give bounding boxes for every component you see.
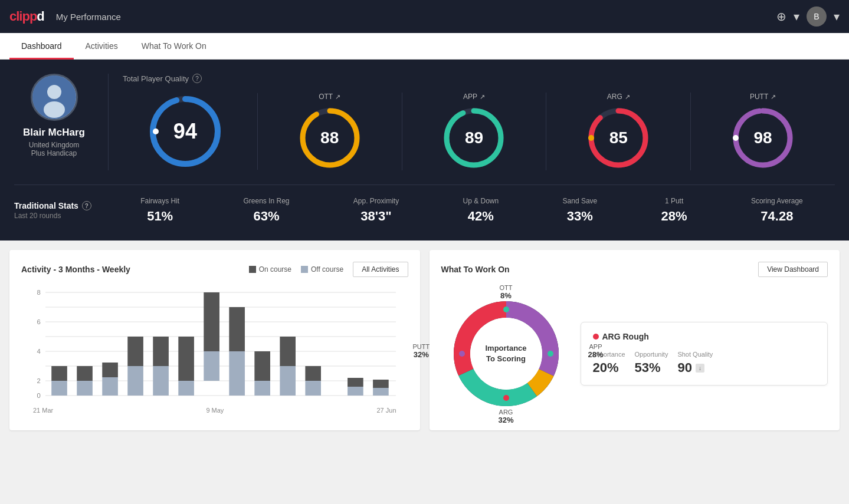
ott-score-card: OTT ↗ 88 [258, 93, 402, 170]
all-activities-button[interactable]: All Activities [353, 262, 408, 277]
activity-chart-svg: 8 6 4 2 0 [21, 286, 408, 404]
main-score-value: 94 [173, 119, 197, 144]
app-arrow-icon: ↗ [480, 93, 485, 101]
ott-gauge: 88 [297, 106, 362, 170]
bar-12-off [348, 387, 363, 396]
svg-point-1 [47, 85, 61, 99]
stats-label: Traditional Stats ? [14, 201, 109, 210]
tab-dashboard[interactable]: Dashboard [9, 33, 74, 60]
activity-panel: Activity - 3 Months - Weekly On course O… [9, 250, 420, 430]
legend-on-course-swatch [249, 266, 256, 273]
arg-arrow-icon: ↗ [625, 93, 630, 101]
bar-8-off [229, 351, 245, 396]
main-score-card: 94 [123, 93, 258, 170]
question-icon[interactable]: ? [192, 74, 202, 83]
scores-area: Total Player Quality ? 94 [109, 74, 835, 170]
app-gauge: 89 [441, 106, 506, 170]
legend-off-course: Off course [301, 265, 343, 274]
bar-13-off [373, 388, 389, 396]
legend-on-course: On course [249, 265, 291, 274]
bar-11-off [305, 381, 321, 396]
total-quality-label: Total Player Quality ? [123, 74, 835, 83]
stats-label-area: Traditional Stats ? Last 20 rounds [14, 201, 109, 220]
add-icon[interactable]: ⊕ [776, 9, 786, 24]
svg-text:0: 0 [37, 392, 41, 399]
svg-text:4: 4 [37, 348, 41, 355]
bar-5-on [153, 337, 169, 366]
bar-7-off [204, 351, 219, 381]
bar-4-off [127, 366, 143, 396]
svg-point-37 [503, 395, 509, 401]
bar-7-on [204, 292, 219, 351]
ott-donut-label: OTT 8% [500, 284, 513, 300]
svg-point-36 [548, 351, 553, 357]
stat-sandsave: Sand Save 33% [563, 197, 598, 224]
arg-gauge: 85 [586, 106, 651, 170]
chart-header: Activity - 3 Months - Weekly On course O… [21, 262, 408, 277]
app-label: APP ↗ [463, 93, 485, 101]
player-country: United Kingdom [29, 141, 79, 149]
avatar-image [32, 75, 76, 119]
svg-text:8: 8 [37, 289, 41, 296]
wtwo-info-card: ARG Rough Importance 20% Opportunity 53%… [581, 322, 828, 386]
putt-label: PUTT ↗ [750, 93, 776, 101]
putt-arrow-icon: ↗ [771, 93, 776, 101]
bar-4-on [127, 337, 143, 366]
bar-5-off [153, 366, 169, 396]
info-card-title: ARG Rough [593, 332, 816, 341]
svg-point-38 [459, 351, 465, 357]
app-donut-label: APP 28% [588, 343, 603, 359]
info-card-metrics: Importance 20% Opportunity 53% Shot Qual… [593, 351, 816, 375]
metric-shot-quality: Shot Quality 90 ↓ [677, 351, 713, 375]
bar-9-on [254, 351, 270, 381]
svg-point-35 [503, 307, 509, 312]
legend-off-course-swatch [301, 266, 308, 273]
arg-score-card: ARG ↗ 85 [546, 93, 691, 170]
putt-gauge: 98 [730, 106, 795, 170]
stat-proximity: App. Proximity 38'3" [353, 197, 399, 224]
bar-8-on [229, 307, 245, 351]
stat-greens: Greens In Reg 63% [243, 197, 289, 224]
bar-1-off [51, 381, 67, 396]
arg-donut-label: ARG 32% [498, 409, 513, 424]
wtwo-panel: What To Work On View Dashboard [430, 250, 840, 430]
player-handicap: Plus Handicap [31, 149, 77, 157]
header-right: ⊕ ▾ B ▾ [776, 6, 840, 27]
header: clippd My Performance ⊕ ▾ B ▾ [0, 0, 849, 33]
app-score-value: 89 [465, 129, 483, 147]
bar-9-off [254, 381, 270, 396]
tab-what-to-work-on[interactable]: What To Work On [130, 33, 218, 60]
player-name: Blair McHarg [23, 127, 85, 139]
bar-3-off [102, 377, 118, 396]
wtwo-body: ImportanceTo Scoring OTT 8% APP 28% ARG … [441, 289, 828, 419]
lower-section: Activity - 3 Months - Weekly On course O… [0, 241, 849, 440]
wtwo-header: What To Work On View Dashboard [441, 262, 828, 277]
dropdown-icon[interactable]: ▾ [794, 9, 799, 24]
bar-6-on [178, 337, 194, 381]
view-dashboard-button[interactable]: View Dashboard [758, 262, 828, 277]
chart-title: Activity - 3 Months - Weekly [21, 265, 130, 274]
tab-activities[interactable]: Activities [74, 33, 130, 60]
ott-arrow-icon: ↗ [335, 93, 340, 101]
shot-quality-badge: ↓ [696, 364, 704, 373]
shot-quality-value: 90 ↓ [677, 360, 713, 375]
stat-items: Fairways Hit 51% Greens In Reg 63% App. … [109, 197, 835, 224]
header-title: My Performance [56, 12, 121, 22]
hero-section: Blair McHarg United Kingdom Plus Handica… [0, 60, 849, 241]
avatar[interactable]: B [807, 6, 827, 27]
main-gauge: 94 [147, 93, 224, 170]
bar-2-off [77, 381, 93, 396]
chart-area: 8 6 4 2 0 [21, 286, 408, 404]
svg-text:2: 2 [37, 377, 41, 384]
ott-score-value: 88 [320, 129, 339, 147]
score-cards: 94 OTT ↗ 88 [123, 93, 835, 170]
player-info: Blair McHarg United Kingdom Plus Handica… [14, 74, 109, 170]
avatar-initial: B [814, 12, 819, 21]
stats-sublabel: Last 20 rounds [14, 212, 109, 220]
stats-question-icon[interactable]: ? [82, 201, 91, 210]
donut-center-text: ImportanceTo Scoring [485, 343, 526, 364]
avatar-dropdown-icon[interactable]: ▾ [834, 9, 840, 24]
bar-3-on [102, 363, 118, 377]
app-score-card: APP ↗ 89 [402, 93, 547, 170]
bar-10-on [280, 337, 296, 366]
